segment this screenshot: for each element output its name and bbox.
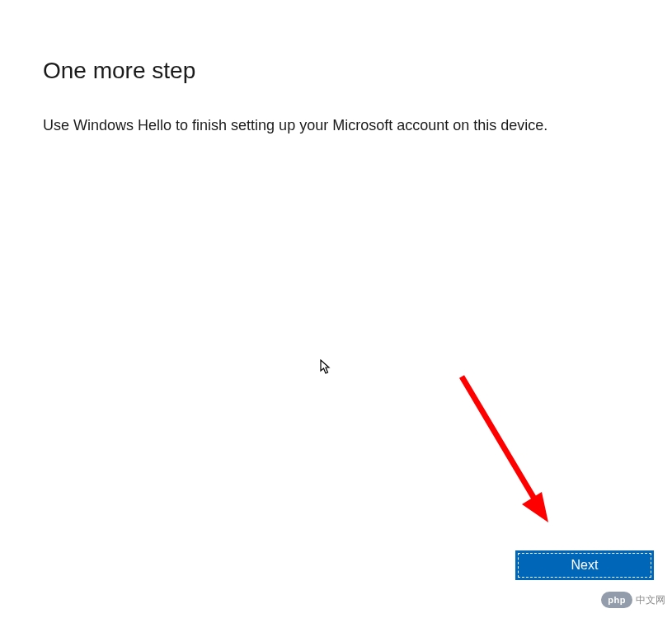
setup-dialog: One more step Use Windows Hello to finis… — [0, 0, 672, 618]
next-button[interactable]: Next — [515, 550, 654, 580]
page-description: Use Windows Hello to finish setting up y… — [43, 115, 629, 136]
page-title: One more step — [43, 58, 629, 84]
